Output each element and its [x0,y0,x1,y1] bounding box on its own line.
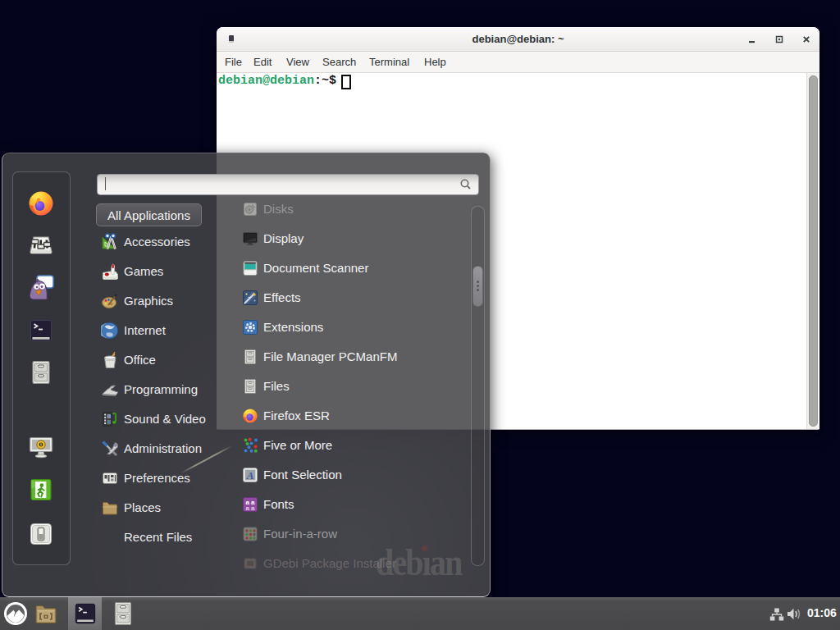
svg-text:A: A [246,469,254,482]
svg-text:a a: a a [245,504,255,512]
